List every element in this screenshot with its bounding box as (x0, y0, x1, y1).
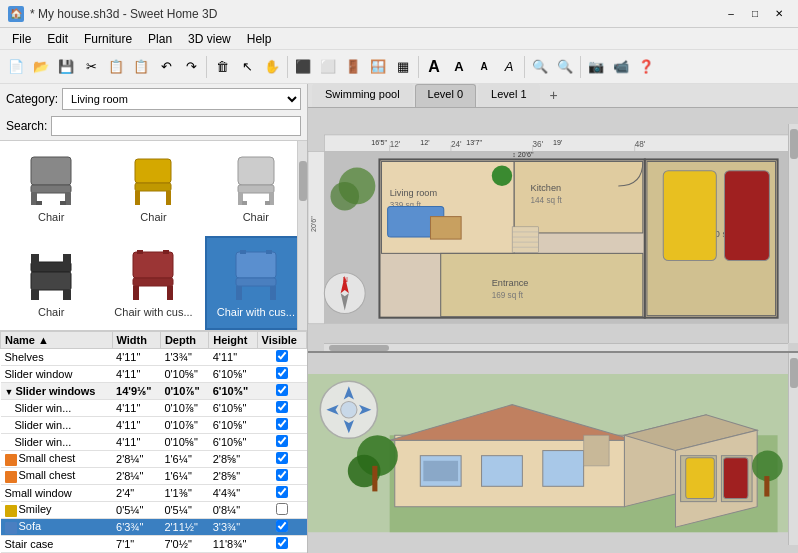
table-row-small-window[interactable]: Small window2'4"1'1⅜"4'4¾" (1, 485, 307, 502)
tb-cut[interactable]: ✂ (79, 55, 103, 79)
table-row-slider-win1[interactable]: Slider win...4'11"0'10⅞"6'10⅝" (1, 400, 307, 417)
tb-video[interactable]: 📹 (609, 55, 633, 79)
table-row-stair-case[interactable]: Stair case7'1"7'0½"11'8¾" (1, 536, 307, 553)
svg-rect-70 (512, 227, 539, 253)
tb-stair[interactable]: ▦ (391, 55, 415, 79)
tb-zoom-out[interactable]: 🔍 (553, 55, 577, 79)
row-visible-small-chest1[interactable] (257, 451, 306, 468)
furniture-item-chair3[interactable]: Chair (205, 141, 307, 236)
row-visible-small-window[interactable] (257, 485, 306, 502)
row-visible-stair-case[interactable] (257, 536, 306, 553)
plan-vscrollbar[interactable] (788, 124, 798, 343)
furniture-scrollbar[interactable] (297, 141, 307, 330)
row-indent: Sofa (5, 520, 42, 532)
tb-text-medium[interactable]: A (447, 55, 471, 79)
tb-save[interactable]: 💾 (54, 55, 78, 79)
tb-sep3 (418, 56, 419, 78)
tab-level0[interactable]: Level 0 (415, 84, 476, 107)
toolbar: 📄 📂 💾 ✂ 📋 📋 ↶ ↷ 🗑 ↖ ✋ ⬛ ⬜ 🚪 🪟 ▦ A A A A … (0, 50, 798, 84)
svg-rect-9 (166, 191, 171, 205)
furniture-item-chair4[interactable]: Chair (0, 236, 102, 331)
visible-checkbox-slider-win3[interactable] (276, 435, 288, 447)
visible-checkbox-smiley[interactable] (276, 503, 288, 515)
tb-open[interactable]: 📂 (29, 55, 53, 79)
svg-rect-15 (265, 201, 270, 205)
row-indent: Stair case (5, 538, 54, 550)
tb-copy[interactable]: 📋 (104, 55, 128, 79)
tb-text-small[interactable]: A (472, 55, 496, 79)
row-depth-smiley: 0'5¼" (160, 502, 208, 519)
table-row-small-chest2[interactable]: Small chest2'8¼"1'6¼"2'8⅝" (1, 468, 307, 485)
tb-text-large[interactable]: A (422, 55, 446, 79)
table-row-slider-windows-group[interactable]: ▼Slider windows14'9⅛"0'10⅞"6'10⅝" (1, 383, 307, 400)
tb-pan[interactable]: ✋ (260, 55, 284, 79)
furniture-item-chair1[interactable]: Chair (0, 141, 102, 236)
plan-hscrollbar[interactable] (324, 343, 788, 351)
table-row-slider-win2[interactable]: Slider win...4'11"0'10⅞"6'10⅝" (1, 417, 307, 434)
tb-paste[interactable]: 📋 (129, 55, 153, 79)
visible-checkbox-slider-windows-group[interactable] (276, 384, 288, 396)
menu-furniture[interactable]: Furniture (76, 30, 140, 48)
menu-plan[interactable]: Plan (140, 30, 180, 48)
visible-checkbox-slider-window[interactable] (276, 367, 288, 379)
3d-vscrollbar[interactable] (788, 353, 798, 545)
tb-select[interactable]: ↖ (235, 55, 259, 79)
chair5-label: Chair with cus... (114, 306, 192, 318)
menu-help[interactable]: Help (239, 30, 280, 48)
tb-room[interactable]: ⬜ (316, 55, 340, 79)
svg-rect-25 (167, 286, 173, 300)
menu-edit[interactable]: Edit (39, 30, 76, 48)
add-tab-button[interactable]: + (542, 84, 566, 107)
visible-checkbox-shelves[interactable] (276, 350, 288, 362)
row-visible-slider-window[interactable] (257, 366, 306, 383)
search-input[interactable] (51, 116, 301, 136)
category-select[interactable]: Living room Bedroom Kitchen Bathroom (62, 88, 301, 110)
visible-checkbox-small-chest1[interactable] (276, 452, 288, 464)
row-visible-smiley[interactable] (257, 502, 306, 519)
table-row-shelves[interactable]: Shelves4'11"1'3¾"4'11" (1, 349, 307, 366)
furniture-item-chair5[interactable]: Chair with cus... (102, 236, 204, 331)
visible-checkbox-slider-win2[interactable] (276, 418, 288, 430)
visible-checkbox-slider-win1[interactable] (276, 401, 288, 413)
tb-new[interactable]: 📄 (4, 55, 28, 79)
row-indent: Small chest (5, 469, 76, 481)
maximize-button[interactable]: □ (744, 5, 766, 23)
row-visible-slider-win2[interactable] (257, 417, 306, 434)
row-visible-sofa[interactable] (257, 519, 306, 536)
menu-3dview[interactable]: 3D view (180, 30, 239, 48)
row-visible-small-chest2[interactable] (257, 468, 306, 485)
minimize-button[interactable]: – (720, 5, 742, 23)
visible-checkbox-small-window[interactable] (276, 486, 288, 498)
table-row-small-chest1[interactable]: Small chest2'8¼"1'6¼"2'8⅝" (1, 451, 307, 468)
tb-redo[interactable]: ↷ (179, 55, 203, 79)
tb-text-italic[interactable]: A (497, 55, 521, 79)
visible-checkbox-stair-case[interactable] (276, 537, 288, 549)
tb-camera[interactable]: 📷 (584, 55, 608, 79)
tb-zoom-in[interactable]: 🔍 (528, 55, 552, 79)
menu-file[interactable]: File (4, 30, 39, 48)
row-visible-slider-win3[interactable] (257, 434, 306, 451)
table-row-smiley[interactable]: Smiley0'5¼"0'5¼"0'8¼" (1, 502, 307, 519)
tb-help[interactable]: ❓ (634, 55, 658, 79)
table-row-sofa[interactable]: Sofa6'3¾"2'11½"3'3¾" (1, 519, 307, 536)
tb-undo[interactable]: ↶ (154, 55, 178, 79)
tab-swimming-pool[interactable]: Swimming pool (312, 84, 413, 107)
table-row-slider-win3[interactable]: Slider win...4'11"0'10⅝"6'10⅝" (1, 434, 307, 451)
visible-checkbox-small-chest2[interactable] (276, 469, 288, 481)
chair1-label: Chair (38, 211, 64, 223)
tb-wall[interactable]: ⬛ (291, 55, 315, 79)
visible-checkbox-sofa[interactable] (276, 520, 288, 532)
collapse-icon[interactable]: ▼ (5, 387, 14, 397)
close-button[interactable]: ✕ (768, 5, 790, 23)
row-visible-slider-windows-group[interactable] (257, 383, 306, 400)
tb-door[interactable]: 🚪 (341, 55, 365, 79)
furniture-item-chair6[interactable]: Chair with cus... (205, 236, 307, 331)
tb-delete[interactable]: 🗑 (210, 55, 234, 79)
table-row-slider-window[interactable]: Slider window4'11"0'10⅝"6'10⅝" (1, 366, 307, 383)
tab-level1[interactable]: Level 1 (478, 84, 539, 107)
menu-bar: File Edit Furniture Plan 3D view Help (0, 28, 798, 50)
row-visible-shelves[interactable] (257, 349, 306, 366)
tb-window[interactable]: 🪟 (366, 55, 390, 79)
furniture-item-chair2[interactable]: Chair (102, 141, 204, 236)
row-visible-slider-win1[interactable] (257, 400, 306, 417)
